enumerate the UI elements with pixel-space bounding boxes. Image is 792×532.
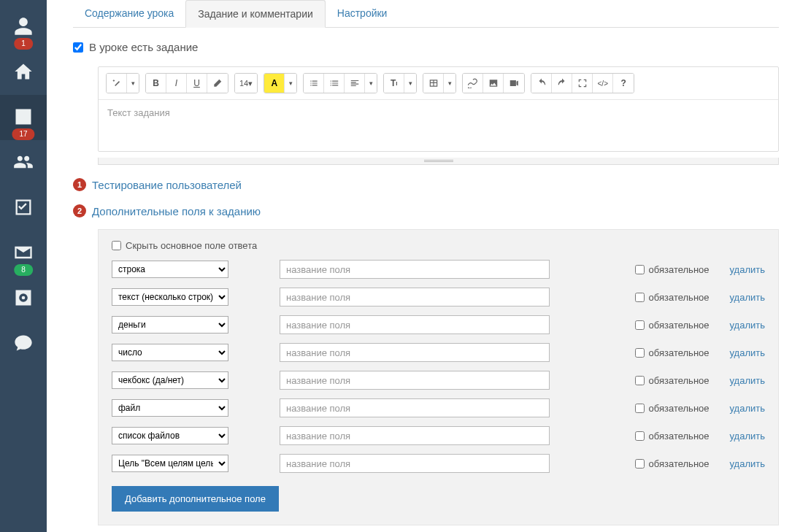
field-name-input[interactable]: [280, 398, 550, 417]
sidebar-item-users[interactable]: [0, 140, 47, 185]
circle-number-1: 1: [73, 178, 86, 191]
text-color-dropdown[interactable]: ▾: [285, 74, 296, 93]
delete-field-link[interactable]: удалить: [730, 347, 765, 358]
field-row: файлобязательноеудалить: [112, 398, 765, 417]
sidebar-item-home[interactable]: [0, 50, 47, 95]
field-name-input[interactable]: [280, 454, 550, 473]
section-user-testing[interactable]: 1 Тестирование пользователей: [73, 178, 779, 191]
delete-field-link[interactable]: удалить: [730, 320, 765, 331]
field-name-input[interactable]: [280, 371, 550, 390]
magic-dropdown[interactable]: ▾: [127, 74, 139, 93]
field-type-select[interactable]: строка: [112, 261, 228, 278]
hide-main-checkbox[interactable]: [112, 241, 121, 250]
underline-button[interactable]: U: [187, 74, 207, 93]
undo-button[interactable]: [531, 74, 552, 93]
field-name-input[interactable]: [280, 260, 550, 279]
add-field-button[interactable]: Добавить дополнительное поле: [112, 486, 279, 512]
field-name-input[interactable]: [280, 315, 550, 334]
field-row: список файловобязательноеудалить: [112, 426, 765, 445]
field-type-select[interactable]: число: [112, 344, 228, 361]
delete-field-link[interactable]: удалить: [730, 375, 765, 386]
editor-resize-handle[interactable]: [98, 158, 779, 165]
field-name-input[interactable]: [280, 426, 550, 445]
required-checkbox[interactable]: [635, 265, 645, 274]
required-row[interactable]: обязательное: [635, 403, 710, 414]
field-name-input[interactable]: [280, 288, 550, 307]
required-label: обязательное: [649, 320, 710, 331]
tab-content[interactable]: Содержание урока: [73, 0, 185, 27]
required-checkbox[interactable]: [635, 348, 645, 358]
sidebar-item-stats[interactable]: 17: [0, 95, 47, 140]
required-checkbox[interactable]: [635, 459, 645, 469]
eraser-button[interactable]: [207, 74, 228, 93]
required-row[interactable]: обязательное: [635, 320, 710, 331]
required-checkbox[interactable]: [635, 431, 645, 441]
badge: 8: [14, 264, 33, 276]
editor-toolbar: ▾ B I U 14▾ A ▾ ▾ TI ▾: [99, 67, 778, 100]
list-ol-button[interactable]: [324, 74, 345, 93]
field-type-select[interactable]: деньги: [112, 316, 228, 334]
required-checkbox[interactable]: [635, 376, 645, 385]
badge: 1: [14, 38, 33, 50]
delete-field-link[interactable]: удалить: [730, 431, 765, 442]
required-row[interactable]: обязательное: [635, 347, 710, 358]
code-button[interactable]: </>: [593, 74, 613, 93]
hide-main-row[interactable]: Скрыть основное поле ответа: [112, 240, 765, 251]
image-button[interactable]: [483, 74, 504, 93]
help-button[interactable]: ?: [613, 74, 634, 93]
paragraph-dropdown[interactable]: ▾: [404, 74, 416, 93]
main-content: Содержание урока Задание и комментарии Н…: [47, 0, 792, 532]
required-row[interactable]: обязательное: [635, 292, 710, 303]
link-button[interactable]: [463, 74, 483, 93]
sidebar-item-tasks[interactable]: [0, 185, 47, 231]
table-dropdown[interactable]: ▾: [444, 74, 455, 93]
required-checkbox[interactable]: [635, 293, 645, 302]
italic-button[interactable]: I: [166, 74, 187, 93]
fullscreen-button[interactable]: [572, 74, 593, 93]
field-type-select[interactable]: чекбокс (да/нет): [112, 371, 228, 389]
table-button[interactable]: [423, 74, 444, 93]
required-row[interactable]: обязательное: [635, 375, 710, 386]
field-type-select[interactable]: список файлов: [112, 427, 228, 444]
sidebar-item-profile[interactable]: 1: [0, 4, 47, 50]
video-button[interactable]: [504, 74, 524, 93]
required-label: обязательное: [649, 347, 710, 358]
paragraph-button[interactable]: TI: [384, 74, 404, 93]
required-row[interactable]: обязательное: [635, 431, 710, 442]
list-ul-button[interactable]: [304, 74, 324, 93]
font-size-button[interactable]: 14▾: [235, 74, 257, 93]
has-task-checkbox[interactable]: [73, 42, 83, 53]
tab-settings[interactable]: Настройки: [326, 0, 399, 27]
required-label: обязательное: [649, 375, 710, 386]
delete-field-link[interactable]: удалить: [730, 458, 765, 469]
required-label: обязательное: [649, 458, 710, 469]
sidebar-item-mail[interactable]: 8: [0, 231, 47, 276]
tab-task-comments[interactable]: Задание и комментарии: [185, 0, 325, 28]
delete-field-link[interactable]: удалить: [730, 264, 765, 275]
bold-button[interactable]: B: [146, 74, 166, 93]
align-dropdown[interactable]: ▾: [365, 74, 377, 93]
required-checkbox[interactable]: [635, 404, 645, 413]
sidebar-item-settings[interactable]: [0, 276, 47, 321]
has-task-label: В уроке есть задание: [89, 41, 198, 53]
required-checkbox[interactable]: [635, 320, 645, 330]
required-row[interactable]: обязательное: [635, 264, 710, 275]
redo-button[interactable]: [552, 74, 572, 93]
required-label: обязательное: [649, 403, 710, 414]
field-row: текст (несколько строк)обязательноеудали…: [112, 288, 765, 307]
field-name-input[interactable]: [280, 343, 550, 362]
magic-icon[interactable]: [107, 74, 127, 93]
align-button[interactable]: [345, 74, 365, 93]
field-type-select[interactable]: файл: [112, 399, 228, 417]
chat-icon: [13, 333, 34, 355]
editor-textarea[interactable]: Текст задания: [99, 100, 778, 151]
section-extra-fields[interactable]: 2 Дополнительные поля к заданию: [73, 204, 779, 217]
delete-field-link[interactable]: удалить: [730, 403, 765, 414]
field-type-select[interactable]: Цель "Всем целям цель": [112, 455, 228, 472]
has-task-checkbox-row[interactable]: В уроке есть задание: [73, 41, 779, 53]
text-color-button[interactable]: A: [264, 74, 285, 93]
required-row[interactable]: обязательное: [635, 458, 710, 469]
field-type-select[interactable]: текст (несколько строк): [112, 288, 228, 306]
delete-field-link[interactable]: удалить: [730, 292, 765, 303]
sidebar-item-chat[interactable]: [0, 321, 47, 366]
